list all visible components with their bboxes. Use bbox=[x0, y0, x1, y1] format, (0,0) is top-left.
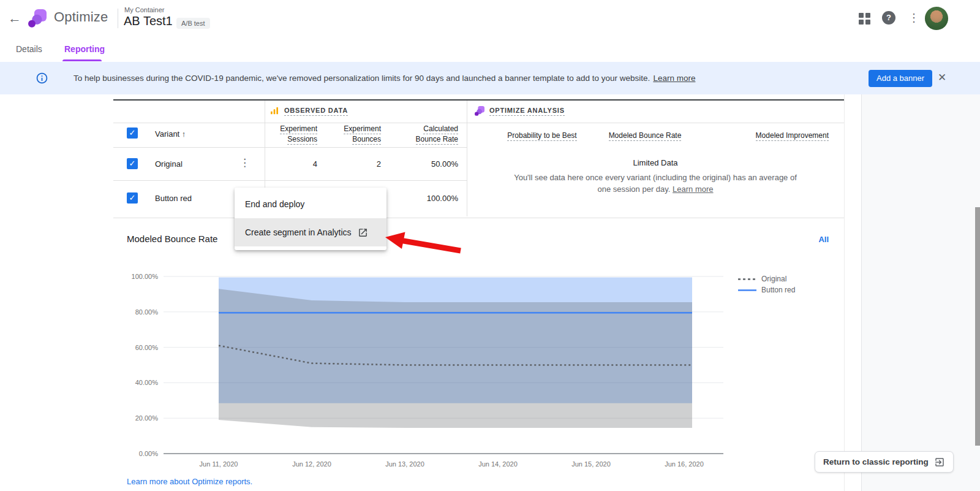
legend-item-button-red[interactable]: Button red bbox=[738, 284, 795, 295]
content-edge-divider bbox=[844, 94, 845, 491]
row-checkbox-button-red[interactable]: ✓ bbox=[127, 192, 138, 204]
column-header-bounces[interactable]: ExperimentBounces bbox=[307, 124, 381, 145]
observed-data-header: OBSERVED DATA bbox=[270, 106, 348, 116]
table-divider bbox=[113, 180, 467, 181]
product-name: Optimize bbox=[54, 9, 108, 25]
svg-text:Jun 13, 2020: Jun 13, 2020 bbox=[385, 460, 424, 468]
check-icon: ✓ bbox=[129, 193, 136, 202]
active-tab-underline bbox=[62, 59, 102, 61]
covid-info-banner: To help businesses during the COVID-19 p… bbox=[0, 62, 980, 94]
variant-name: Button red bbox=[155, 194, 192, 203]
column-header-sessions[interactable]: ExperimentSessions bbox=[244, 124, 317, 145]
variant-name: Original bbox=[155, 159, 183, 169]
solid-line-swatch bbox=[738, 289, 756, 292]
app-bar: ← Optimize My Container AB Test1 A/B tes… bbox=[0, 0, 980, 37]
apps-grid-icon[interactable] bbox=[859, 13, 870, 25]
banner-learn-more-link[interactable]: Learn more bbox=[653, 74, 695, 83]
check-icon: ✓ bbox=[129, 128, 136, 137]
optimize-reporting-page: ← Optimize My Container AB Test1 A/B tes… bbox=[0, 0, 980, 491]
svg-text:Jun 11, 2020: Jun 11, 2020 bbox=[200, 460, 238, 468]
svg-text:Jun 16, 2020: Jun 16, 2020 bbox=[665, 460, 704, 468]
close-icon: ✕ bbox=[938, 72, 946, 83]
select-all-checkbox[interactable]: ✓ bbox=[127, 128, 138, 139]
sort-ascending-icon: ↑ bbox=[182, 129, 186, 139]
overflow-menu-button[interactable]: ⋮ bbox=[908, 10, 919, 25]
table-divider bbox=[113, 147, 467, 148]
svg-text:100.00%: 100.00% bbox=[132, 273, 159, 280]
row-checkbox-original[interactable]: ✓ bbox=[127, 158, 138, 169]
back-arrow-icon: ← bbox=[8, 10, 21, 26]
tab-bar: Details Reporting bbox=[0, 37, 980, 63]
column-header-modeled-improvement[interactable]: Modeled Improvement bbox=[706, 131, 829, 140]
cell-bounce-rate: 50.00% bbox=[385, 159, 458, 169]
svg-text:0.00%: 0.00% bbox=[139, 450, 158, 457]
svg-text:80.00%: 80.00% bbox=[135, 308, 159, 316]
all-filter-link[interactable]: All bbox=[809, 235, 829, 244]
banner-close-button[interactable]: ✕ bbox=[935, 71, 949, 85]
info-icon bbox=[36, 72, 48, 87]
tab-reporting[interactable]: Reporting bbox=[64, 44, 105, 54]
optimize-analysis-icon bbox=[475, 106, 484, 116]
column-header-modeled-bounce-rate[interactable]: Modeled Bounce Rate bbox=[584, 131, 706, 140]
svg-text:60.00%: 60.00% bbox=[135, 344, 159, 351]
chart-section-title: Modeled Bounce Rate bbox=[127, 234, 217, 244]
svg-text:Jun 12, 2020: Jun 12, 2020 bbox=[292, 460, 331, 468]
limited-data-description: You'll see data here once every variant … bbox=[467, 172, 844, 195]
add-banner-button[interactable]: Add a banner bbox=[869, 70, 932, 87]
variants-table: OBSERVED DATA OPTIMIZE ANALYSIS ✓ Varian… bbox=[113, 99, 844, 218]
table-divider bbox=[113, 123, 844, 123]
cell-sessions: 4 bbox=[244, 159, 317, 169]
help-icon: ? bbox=[886, 13, 891, 22]
experiment-type-badge: A/B test bbox=[176, 18, 210, 29]
column-header-bounce-rate[interactable]: CalculatedBounce Rate bbox=[385, 124, 458, 145]
back-button[interactable]: ← bbox=[4, 10, 26, 27]
optimize-reports-learn-more-link[interactable]: Learn more about Optimize reports. bbox=[127, 477, 252, 486]
kebab-icon: ⋮ bbox=[908, 12, 919, 24]
help-button[interactable]: ? bbox=[882, 11, 895, 25]
limited-data-learn-more-link[interactable]: Learn more bbox=[673, 185, 713, 194]
container-name-label: My Container bbox=[124, 6, 164, 13]
open-in-new-icon bbox=[358, 227, 368, 238]
avatar[interactable] bbox=[925, 7, 948, 30]
chart-legend: Original Button red bbox=[738, 273, 795, 295]
return-to-classic-reporting-button[interactable]: Return to classic reporting bbox=[815, 451, 954, 473]
limited-data-title: Limited Data bbox=[467, 158, 844, 167]
svg-text:Jun 15, 2020: Jun 15, 2020 bbox=[571, 460, 611, 468]
banner-message: To help businesses during the COVID-19 p… bbox=[74, 74, 695, 83]
limited-data-message: Limited Data You'll see data here once e… bbox=[467, 158, 844, 195]
svg-text:40.00%: 40.00% bbox=[135, 379, 159, 386]
legend-item-original[interactable]: Original bbox=[738, 273, 795, 284]
optimize-analysis-header: OPTIMIZE ANALYSIS bbox=[475, 106, 565, 116]
exit-to-app-icon bbox=[934, 457, 945, 468]
variant-column-header[interactable]: Variant ↑ bbox=[155, 129, 186, 139]
cell-bounce-rate: 100.00% bbox=[385, 194, 458, 203]
header-divider bbox=[118, 9, 118, 28]
check-icon: ✓ bbox=[129, 159, 136, 168]
observed-data-icon bbox=[270, 106, 279, 116]
right-margin bbox=[861, 94, 980, 491]
tab-details[interactable]: Details bbox=[16, 44, 42, 54]
experiment-title: AB Test1 bbox=[124, 14, 173, 28]
optimize-logo-icon bbox=[28, 9, 47, 30]
variant-context-menu: End and deploy Create segment in Analyti… bbox=[235, 188, 386, 250]
menu-item-create-segment-in-analytics[interactable]: Create segment in Analytics bbox=[235, 218, 386, 246]
vertical-scrollbar[interactable] bbox=[975, 207, 980, 446]
cell-bounces: 2 bbox=[307, 159, 381, 169]
svg-text:Jun 14, 2020: Jun 14, 2020 bbox=[478, 460, 518, 468]
svg-text:20.00%: 20.00% bbox=[135, 414, 159, 422]
dotted-line-swatch bbox=[738, 278, 756, 281]
menu-item-end-and-deploy[interactable]: End and deploy bbox=[235, 190, 386, 218]
